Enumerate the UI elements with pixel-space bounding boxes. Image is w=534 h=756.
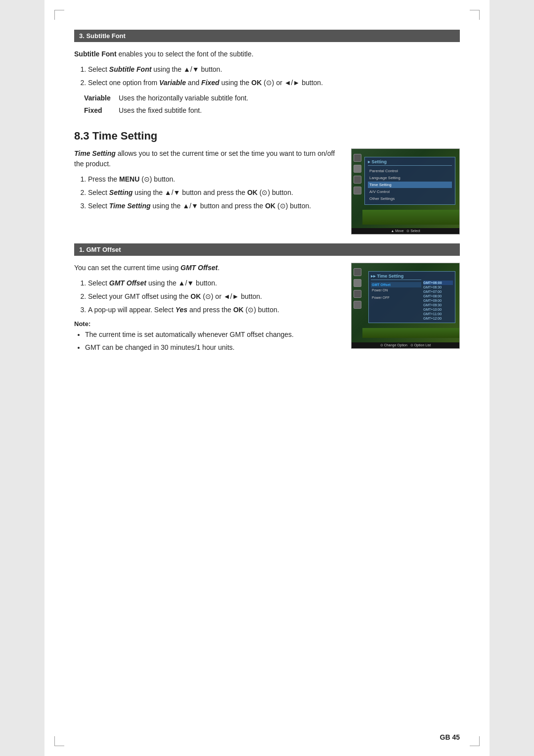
tv-icon-5: [354, 268, 361, 276]
def-desc-variable: Uses the horizontally variable subtitle …: [119, 93, 460, 103]
tv-power-off-label: Power OFF: [371, 295, 421, 300]
subtitle-font-step-1: Select Subtitle Font using the ▲/▼ butto…: [88, 64, 460, 75]
tv-gmt-label: GMT Offset: [371, 282, 421, 287]
def-term-fixed: Fixed: [84, 105, 119, 116]
tv-scenery-1: [362, 210, 459, 225]
time-setting-intro: Time Setting allows you to set the curre…: [74, 148, 341, 169]
tv-gmt-val-5: GMT+09:30: [423, 303, 453, 307]
tv-icon-8: [354, 301, 361, 309]
subtitle-font-bar: 3. Subtitle Font: [74, 30, 460, 42]
def-row-fixed: Fixed Uses the fixed subtitle font.: [84, 105, 460, 116]
tv-icon-3: [354, 176, 361, 184]
time-setting-step-1: Press the MENU (⊙) button.: [88, 174, 341, 185]
tv-power-on-label: Power ON: [371, 287, 421, 293]
tv-av-control: A/V Control: [368, 189, 452, 195]
tv-bottom-bar-1: ▲ Move ⊙ Select: [352, 228, 459, 234]
subtitle-font-definitions: Variable Uses the horizontally variable …: [84, 93, 460, 116]
time-setting-content: Time Setting allows you to set the curre…: [74, 148, 460, 235]
tv-icon-6: [354, 279, 361, 287]
tv-gmt-val-0: GMT+06:00: [423, 281, 453, 285]
setting-menu-screenshot: ▸ Setting Parental Control Language Sett…: [351, 148, 460, 235]
subtitle-font-bar-label: 3. Subtitle Font: [79, 32, 126, 40]
tv-screen-2: ▸▸ Time Setting GMT Offset Power ON Powe…: [352, 263, 459, 342]
def-term-variable: Variable: [84, 93, 119, 103]
def-row-variable: Variable Uses the horizontally variable …: [84, 93, 460, 103]
tv-gmt-values: GMT+06:00 GMT+06:30 GMT+07:00 GMT+08:00 …: [423, 274, 453, 321]
gmt-offset-bar: 1. GMT Offset: [74, 243, 460, 256]
corner-mark-tr: [470, 10, 480, 20]
corner-mark-tl: [54, 10, 64, 20]
note-label: Note:: [74, 320, 341, 328]
time-setting-step-3: Select Time Setting using the ▲/▼ button…: [88, 201, 341, 211]
gmt-offset-text-col: You can set the current time using GMT O…: [74, 263, 341, 358]
tv-scenery-2: [362, 328, 459, 338]
tv-icon-2: [354, 165, 361, 173]
note-section: Note: The current time is set automatica…: [74, 320, 341, 353]
tv-time-labels: ▸▸ Time Setting GMT Offset Power ON Powe…: [371, 274, 421, 321]
tv-gmt-val-3: GMT+08:00: [423, 294, 453, 298]
tv-time-menu-box: ▸▸ Time Setting GMT Offset Power ON Powe…: [368, 271, 455, 323]
page-number: GB 45: [440, 733, 460, 741]
time-setting-screenshot: ▸▸ Time Setting GMT Offset Power ON Powe…: [351, 263, 460, 349]
gmt-offset-steps: Select GMT Offset using the ▲/▼ button. …: [88, 278, 341, 315]
note-item-2: GMT can be changed in 30 minutes/1 hour …: [85, 342, 341, 353]
subtitle-font-intro: Subtitle Font enables you to select the …: [74, 49, 460, 59]
tv-parental: Parental Control: [368, 168, 452, 174]
tv-screen-1: ▸ Setting Parental Control Language Sett…: [352, 149, 459, 228]
tv-time-title: ▸▸ Time Setting: [371, 274, 421, 280]
page: 3. Subtitle Font Subtitle Font enables y…: [44, 0, 490, 756]
tv-time-setting: Time Setting: [368, 182, 452, 188]
time-setting-heading: 8.3 Time Setting: [74, 130, 460, 142]
tv-gmt-val-1: GMT+06:30: [423, 285, 453, 289]
gmt-screenshot-col: ▸▸ Time Setting GMT Offset Power ON Powe…: [351, 263, 460, 349]
tv-gmt-val-2: GMT+07:00: [423, 289, 453, 294]
tv-icon-1: [354, 154, 361, 162]
tv-other-settings: Other Settings: [368, 195, 452, 202]
tv-gmt-val-4: GMT+09:00: [423, 298, 453, 303]
gmt-step-1: Select GMT Offset using the ▲/▼ button.: [88, 278, 341, 288]
tv-language: Language Setting: [368, 175, 452, 181]
tv-gmt-val-7: GMT+11:00: [423, 312, 453, 316]
def-desc-fixed: Uses the fixed subtitle font.: [119, 105, 460, 116]
tv-icon-7: [354, 290, 361, 298]
corner-mark-br: [470, 736, 480, 746]
tv-setting-menu: ▸ Setting Parental Control Language Sett…: [364, 157, 455, 205]
subtitle-font-step-2: Select one option from Variable and Fixe…: [88, 78, 460, 88]
corner-mark-bl: [54, 736, 64, 746]
tv-gmt-spacer: [423, 274, 453, 281]
tv-menu-title: ▸ Setting: [368, 159, 452, 166]
tv-gmt-val-6: GMT+10:00: [423, 307, 453, 312]
time-setting-text-col: Time Setting allows you to set the curre…: [74, 148, 341, 216]
gmt-step-3: A pop-up will appear. Select Yes and pre…: [88, 305, 341, 315]
subtitle-font-steps: Select Subtitle Font using the ▲/▼ butto…: [88, 64, 460, 88]
tv-gmt-val-8: GMT+12:00: [423, 316, 453, 321]
note-list: The current time is set automatically wh…: [85, 330, 341, 353]
gmt-offset-content: You can set the current time using GMT O…: [74, 263, 460, 358]
gmt-offset-bar-label: 1. GMT Offset: [79, 246, 121, 253]
gmt-step-2: Select your GMT offset using the OK (⊙) …: [88, 291, 341, 302]
tv-icon-4: [354, 187, 361, 194]
tv-bottom-bar-2: ⊙ Change Option ⊙ Option List: [352, 342, 459, 348]
gmt-offset-intro: You can set the current time using GMT O…: [74, 263, 341, 273]
tv-time-setting-menu: ▸▸ Time Setting GMT Offset Power ON Powe…: [364, 271, 459, 323]
time-setting-steps: Press the MENU (⊙) button. Select Settin…: [88, 174, 341, 211]
note-item-1: The current time is set automatically wh…: [85, 330, 341, 340]
time-setting-step-2: Select Setting using the ▲/▼ button and …: [88, 188, 341, 198]
time-setting-screenshot-col: ▸ Setting Parental Control Language Sett…: [351, 148, 460, 235]
